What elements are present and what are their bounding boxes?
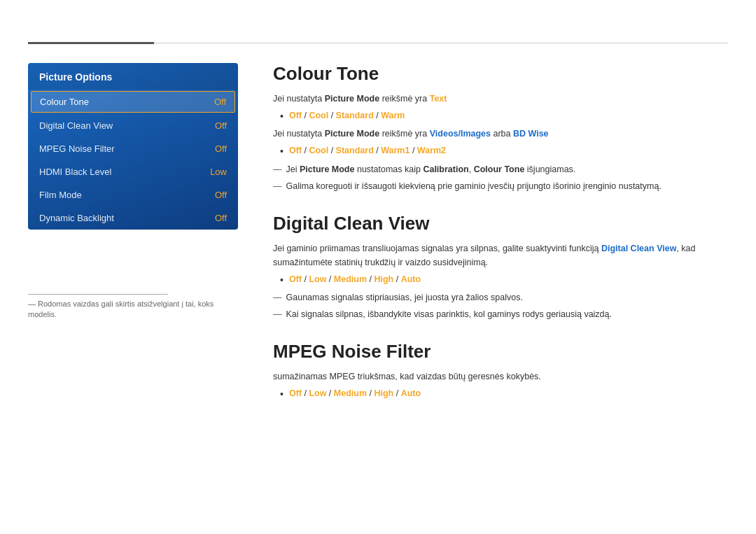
dcv-low: Low (309, 274, 326, 284)
bullet1-content: Off / Cool / Standard / Warm (289, 108, 405, 122)
footnote-text: ― Rodomas vaizdas gali skirtis atsižvelg… (28, 299, 238, 321)
dcv-medium: Medium (334, 274, 367, 284)
sidebar-item-hdmi-black-level[interactable]: HDMI Black Level Low (28, 160, 238, 183)
sidebar-item-dynamic-backlight[interactable]: Dynamic Backlight Off (28, 206, 238, 230)
dcv-dash2: Kai signalas silpnas, išbandykite visas … (273, 307, 728, 321)
colour-tone-ref: Colour Tone (474, 164, 525, 174)
top-decorative-lines (28, 42, 728, 44)
dcv-bullet1-content: Off / Low / Medium / High / Auto (289, 272, 421, 286)
main-content: Colour Tone Jei nustatyta Picture Mode r… (273, 63, 728, 422)
footnote-area: ― Rodomas vaizdas gali skirtis atsižvelg… (28, 294, 238, 321)
sidebar-item-film-mode-value: Off (215, 190, 227, 200)
section-digital-clean-view-title: Digital Clean View (273, 213, 728, 234)
sidebar-item-digital-clean-view-label: Digital Clean View (39, 120, 113, 131)
picture-mode-ref2: Picture Mode (325, 129, 380, 139)
dcv-auto: Auto (401, 274, 421, 284)
sidebar-item-colour-tone-label: Colour Tone (40, 97, 89, 107)
dcv-dash1-content: Gaunamas signalas stipriausias, jei juos… (286, 290, 523, 304)
videos-images-ref: Videos/Images (430, 129, 491, 139)
dcv-ref: Digital Clean View (601, 244, 676, 253)
picture-mode-ref3: Picture Mode (300, 164, 355, 174)
mpeg-bullet1-content: Off / Low / Medium / High / Auto (289, 386, 421, 400)
option-warm1: Warm1 (381, 146, 410, 155)
sidebar-item-digital-clean-view-value: Off (215, 120, 227, 131)
footnote-divider (28, 294, 168, 295)
section-mpeg-noise-filter: MPEG Noise Filter sumažinamas MPEG triuk… (273, 341, 728, 402)
sidebar-item-mpeg-noise-filter[interactable]: MPEG Noise Filter Off (28, 137, 238, 160)
sidebar-title: Picture Options (28, 63, 238, 90)
sidebar-item-film-mode-label: Film Mode (39, 190, 82, 200)
sidebar-item-film-mode[interactable]: Film Mode Off (28, 183, 238, 206)
top-line-accent (28, 42, 154, 44)
bd-wise-ref: BD Wise (513, 129, 549, 139)
sidebar-item-mpeg-noise-filter-label: MPEG Noise Filter (39, 143, 115, 154)
colour-tone-dash1: Jei Picture Mode nustatomas kaip Calibra… (273, 162, 728, 176)
option-warm2: Warm2 (417, 146, 446, 155)
sidebar-item-colour-tone-value: Off (214, 97, 226, 107)
option-cool: Cool (309, 111, 328, 120)
sidebar-item-digital-clean-view[interactable]: Digital Clean View Off (28, 114, 238, 137)
dash2-content: Galima koreguoti ir išsaugoti kiekvieną … (286, 179, 662, 193)
section-mpeg-noise-filter-body: sumažinamas MPEG triukšmas, kad vaizdas … (273, 370, 728, 402)
option-standard2: Standard (336, 146, 374, 155)
top-line-light (154, 43, 728, 43)
sidebar-panel: Picture Options Colour Tone Off Digital … (28, 63, 238, 230)
section-colour-tone-title: Colour Tone (273, 63, 728, 85)
bullet2-content: Off / Cool / Standard / Warm1 / Warm2 (289, 143, 446, 157)
mpeg-high: High (374, 388, 393, 398)
mpeg-medium: Medium (334, 388, 367, 398)
dcv-bullet1: Off / Low / Medium / High / Auto (280, 272, 728, 288)
colour-tone-dash2: Galima koreguoti ir išsaugoti kiekvieną … (273, 179, 728, 193)
mpeg-para1: sumažinamas MPEG triukšmas, kad vaizdas … (273, 370, 728, 384)
dcv-para1: Jei gaminio priimamas transliuojamas sig… (273, 241, 728, 269)
sidebar-item-mpeg-noise-filter-value: Off (215, 143, 227, 154)
sidebar-item-hdmi-black-level-value: Low (210, 167, 227, 177)
option-off1: Off (289, 111, 302, 120)
option-off2: Off (289, 146, 302, 155)
sidebar-item-hdmi-black-level-label: HDMI Black Level (39, 167, 111, 177)
section-colour-tone-body: Jei nustatyta Picture Mode reikšmė yra T… (273, 92, 728, 193)
colour-tone-para1: Jei nustatyta Picture Mode reikšmė yra T… (273, 92, 728, 106)
mpeg-off: Off (289, 388, 302, 398)
dcv-dash2-content: Kai signalas silpnas, išbandykite visas … (286, 307, 612, 321)
section-digital-clean-view: Digital Clean View Jei gaminio priimamas… (273, 213, 728, 321)
sidebar-item-dynamic-backlight-value: Off (215, 213, 227, 223)
colour-tone-bullet2: Off / Cool / Standard / Warm1 / Warm2 (280, 143, 728, 159)
option-cool2: Cool (309, 146, 328, 155)
dcv-dash1: Gaunamas signalas stipriausias, jei juos… (273, 290, 728, 304)
mpeg-auto: Auto (401, 388, 421, 398)
picture-mode-ref1: Picture Mode (325, 94, 380, 104)
colour-tone-bullet1: Off / Cool / Standard / Warm (280, 108, 728, 124)
colour-tone-para2: Jei nustatyta Picture Mode reikšmė yra V… (273, 127, 728, 141)
mpeg-low: Low (309, 388, 326, 398)
section-digital-clean-view-body: Jei gaminio priimamas transliuojamas sig… (273, 241, 728, 321)
calibration-ref: Calibration (423, 164, 468, 174)
option-standard1: Standard (336, 111, 374, 120)
dcv-off: Off (289, 274, 302, 284)
dcv-high: High (374, 274, 393, 284)
text-ref: Text (430, 94, 447, 104)
mpeg-bullet1: Off / Low / Medium / High / Auto (280, 386, 728, 402)
dash1-content: Jei Picture Mode nustatomas kaip Calibra… (286, 162, 576, 176)
section-mpeg-noise-filter-title: MPEG Noise Filter (273, 341, 728, 363)
sidebar-item-dynamic-backlight-label: Dynamic Backlight (39, 213, 114, 223)
section-colour-tone: Colour Tone Jei nustatyta Picture Mode r… (273, 63, 728, 193)
sidebar-item-colour-tone[interactable]: Colour Tone Off (31, 91, 235, 113)
option-warm: Warm (381, 111, 405, 120)
